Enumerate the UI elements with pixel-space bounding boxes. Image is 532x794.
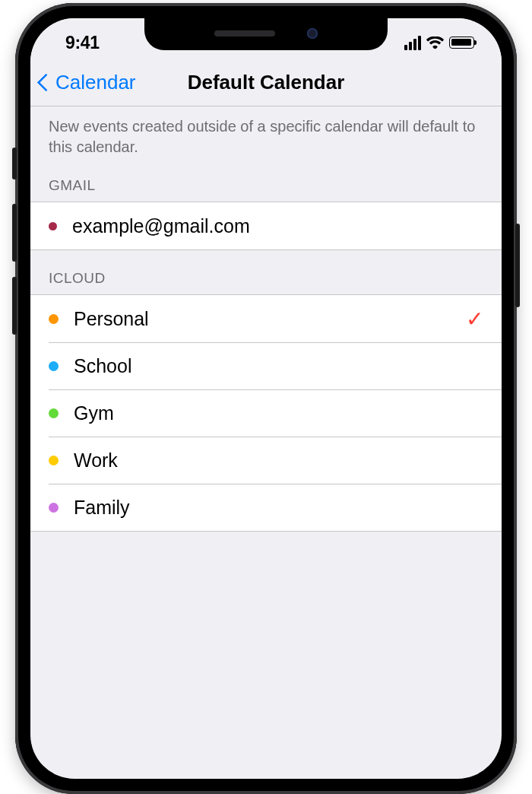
front-camera [307,28,318,39]
calendar-color-dot [49,503,59,513]
calendar-color-dot [49,456,59,465]
calendar-row-work[interactable]: Work [30,437,502,484]
calendar-color-dot [49,408,59,418]
speaker-grille [214,30,275,37]
calendar-label: Personal [74,308,466,330]
back-label: Calendar [55,71,136,94]
back-button[interactable]: Calendar [30,71,136,94]
calendar-label: Work [74,449,483,472]
status-indicators [404,28,474,50]
volume-down-button [12,277,17,335]
calendar-row-school[interactable]: School [30,342,502,389]
calendar-row-personal[interactable]: Personal ✓ [30,295,502,342]
notch [144,18,388,50]
calendar-row-family[interactable]: Family [30,484,502,531]
battery-icon [449,37,474,49]
calendar-label: Family [74,497,483,519]
phone-frame: 9:41 Calendar Default Calendar New event… [15,3,517,794]
calendar-label: Gym [74,402,483,424]
group-header-icloud: ICLOUD [30,250,502,294]
calendar-color-dot [49,222,57,230]
side-button [515,224,520,307]
screen: 9:41 Calendar Default Calendar New event… [30,18,502,779]
group-header-gmail: GMAIL [30,164,502,202]
chevron-left-icon [36,73,55,91]
calendar-row-gmail-0[interactable]: example@gmail.com [30,202,502,249]
checkmark-icon: ✓ [466,306,483,332]
cellular-signal-icon [404,36,421,50]
volume-up-button [12,204,17,262]
calendar-label: example@gmail.com [72,215,483,237]
calendar-color-dot [49,361,59,371]
calendar-list-icloud: Personal ✓ School Gym Work Family [30,294,502,532]
mute-switch [12,148,17,179]
wifi-icon [426,37,444,49]
calendar-label: School [74,355,483,377]
section-description: New events created outside of a specific… [30,106,502,164]
status-time: 9:41 [58,25,100,53]
calendar-list-gmail: example@gmail.com [30,202,502,250]
calendar-color-dot [49,314,59,324]
navigation-bar: Calendar Default Calendar [30,59,502,106]
calendar-row-gym[interactable]: Gym [30,389,502,437]
